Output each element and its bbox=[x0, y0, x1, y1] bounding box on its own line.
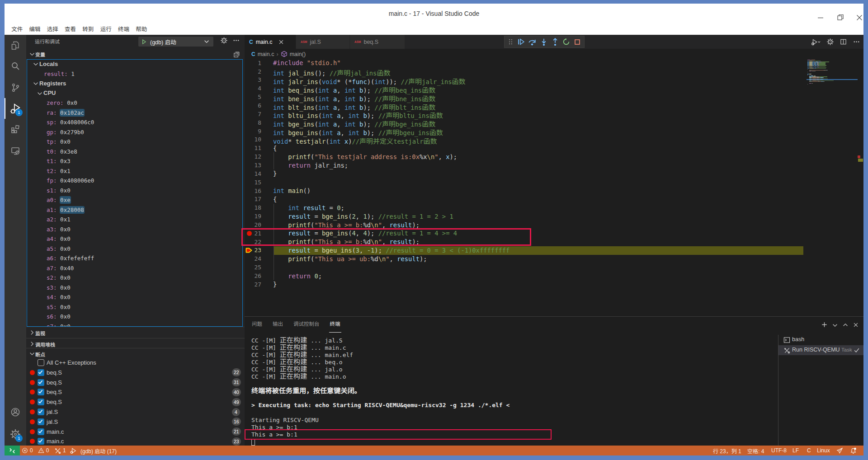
register-row[interactable]: t1: 0x3 bbox=[27, 156, 242, 166]
activity-account[interactable] bbox=[5, 402, 26, 422]
register[interactable]: a4: 0x0 bbox=[47, 235, 71, 242]
register-row[interactable]: zero: 0x0 bbox=[27, 98, 242, 108]
register-row[interactable]: fp: 0x408006e0 bbox=[27, 176, 242, 186]
breakpoint-row[interactable]: jal.S16 bbox=[26, 417, 245, 427]
variable[interactable]: result: 1 bbox=[44, 70, 75, 77]
close-panel-icon[interactable] bbox=[853, 322, 859, 328]
callstack-section-header[interactable]: 调用堆栈 bbox=[26, 338, 245, 349]
breakpoint-row[interactable]: beq.S22 bbox=[26, 368, 245, 378]
register[interactable]: ra: 0x102ac bbox=[47, 109, 84, 116]
step-over-button[interactable] bbox=[528, 38, 536, 46]
tab-main.c[interactable]: Cmain.c bbox=[245, 35, 296, 49]
minimap[interactable] bbox=[807, 59, 858, 316]
menu-转到[interactable]: 转到 bbox=[79, 24, 97, 35]
step-into-button[interactable] bbox=[540, 38, 548, 46]
new-terminal-icon[interactable] bbox=[821, 321, 828, 328]
menu-帮助[interactable]: 帮助 bbox=[132, 24, 150, 35]
os-status[interactable]: Linux bbox=[817, 446, 830, 455]
activity-search[interactable] bbox=[5, 56, 26, 76]
breakpoint-checkbox[interactable] bbox=[38, 438, 44, 445]
register-row[interactable]: s5: 0x0 bbox=[27, 302, 242, 312]
breakpoint-row[interactable]: jal.S4 bbox=[26, 407, 245, 417]
breakpoint-row[interactable]: main.c23 bbox=[26, 437, 245, 446]
panel-tab-输出[interactable]: 输出 bbox=[272, 317, 284, 333]
launch-config-select[interactable]: (gdb) 启动 bbox=[138, 37, 213, 47]
register-row[interactable]: a3: 0x0 bbox=[27, 225, 242, 235]
breakpoint-checkbox[interactable] bbox=[38, 399, 44, 405]
debug-session-status[interactable]: (gdb) 启动 (17) bbox=[70, 446, 117, 455]
breadcrumb-symbol[interactable]: main() bbox=[290, 51, 306, 57]
register[interactable]: t0: 0x3e8 bbox=[47, 148, 77, 155]
code-editor[interactable]: 1#include "stdio.h"2int jal_ins(); //声明j… bbox=[245, 59, 863, 316]
register[interactable]: s3: 0x0 bbox=[47, 284, 71, 291]
register-group-cpu[interactable]: CPU bbox=[27, 89, 242, 99]
breakpoint-checkbox[interactable] bbox=[38, 369, 44, 376]
variable-row[interactable]: result: 1 bbox=[27, 69, 242, 79]
activity-remote-explorer[interactable] bbox=[5, 140, 26, 161]
register-row[interactable]: tp: 0x0 bbox=[27, 137, 242, 147]
eol-status[interactable]: LF bbox=[793, 446, 799, 455]
watch-section-header[interactable]: 监视 bbox=[26, 327, 245, 338]
register-row[interactable]: s6: 0x0 bbox=[27, 312, 242, 322]
close-icon[interactable] bbox=[278, 39, 284, 45]
register[interactable]: s5: 0x0 bbox=[47, 304, 71, 310]
activity-run-and-debug[interactable]: 1 bbox=[5, 98, 26, 119]
register-row[interactable]: s7: 0x0 bbox=[27, 322, 242, 327]
start-debug-icon[interactable] bbox=[141, 39, 147, 45]
register-row[interactable]: a0: 0xe bbox=[27, 195, 242, 205]
menu-编辑[interactable]: 编辑 bbox=[26, 24, 43, 35]
register[interactable]: s2: 0x0 bbox=[47, 274, 71, 281]
language-mode-status[interactable]: C bbox=[807, 446, 811, 455]
register-row[interactable]: gp: 0x279b0 bbox=[27, 127, 242, 137]
menu-文件[interactable]: 文件 bbox=[8, 24, 26, 35]
register-row[interactable]: t2: 0x1 bbox=[27, 166, 242, 176]
stop-button[interactable] bbox=[574, 38, 581, 46]
panel-tab-终端[interactable]: 终端 bbox=[329, 317, 341, 333]
views-more-icon[interactable] bbox=[233, 37, 240, 44]
problems-status[interactable]: 0 0 bbox=[22, 446, 49, 455]
exception-checkbox[interactable] bbox=[38, 359, 44, 366]
register-row[interactable]: t0: 0x3e8 bbox=[27, 147, 242, 157]
close-button[interactable] bbox=[853, 13, 866, 23]
register[interactable]: a5: 0x0 bbox=[47, 245, 71, 252]
drag-grip-icon[interactable] bbox=[508, 38, 514, 45]
activity-explorer[interactable] bbox=[5, 35, 26, 56]
breakpoint-row[interactable]: beq.S31 bbox=[26, 378, 245, 388]
register-row[interactable]: a1: 0x28008 bbox=[27, 205, 242, 215]
chevron-down-icon[interactable] bbox=[832, 322, 838, 329]
register-row[interactable]: a5: 0x0 bbox=[27, 244, 242, 254]
panel-tab-问题[interactable]: 问题 bbox=[251, 317, 263, 333]
terminal-item-bash[interactable]: bash bbox=[778, 335, 863, 345]
register[interactable]: a2: 0x1 bbox=[47, 216, 71, 223]
cursor-position-status[interactable]: 行 23，列 1 bbox=[713, 446, 741, 455]
register[interactable]: s7: 0x0 bbox=[47, 323, 71, 327]
register-row[interactable]: s3: 0x0 bbox=[27, 283, 242, 293]
breakpoint-row[interactable]: beq.S49 bbox=[26, 397, 245, 407]
notifications-status[interactable] bbox=[850, 446, 857, 455]
register[interactable]: zero: 0x0 bbox=[47, 99, 77, 106]
register[interactable]: s6: 0x0 bbox=[47, 313, 71, 320]
register-row[interactable]: s1: 0x0 bbox=[27, 186, 242, 196]
panel-tab-调试控制台[interactable]: 调试控制台 bbox=[292, 317, 321, 333]
breakpoint-checkbox[interactable] bbox=[38, 418, 44, 425]
breakpoint-row[interactable]: beq.S40 bbox=[26, 387, 245, 397]
variables-section-header[interactable]: 变量 bbox=[26, 49, 245, 59]
breakpoint-checkbox[interactable] bbox=[38, 428, 44, 435]
remote-indicator[interactable] bbox=[5, 446, 20, 455]
configure-gear-icon[interactable] bbox=[221, 37, 227, 44]
register[interactable]: a1: 0x28008 bbox=[47, 207, 84, 213]
menu-运行[interactable]: 运行 bbox=[97, 24, 114, 35]
indentation-status[interactable]: 空格: 4 bbox=[747, 446, 764, 455]
scope-locals[interactable]: Locals bbox=[27, 59, 242, 69]
split-editor-icon[interactable] bbox=[840, 38, 847, 45]
tab-jal.S[interactable]: ASMjal.S bbox=[296, 35, 349, 49]
register-row[interactable]: s4: 0x0 bbox=[27, 292, 242, 302]
breadcrumb[interactable]: C main.c › main() bbox=[245, 49, 863, 59]
gear-icon[interactable] bbox=[827, 38, 834, 45]
breakpoint-checkbox[interactable] bbox=[38, 389, 44, 395]
register[interactable]: a7: 0x40 bbox=[47, 265, 74, 272]
restart-button[interactable] bbox=[562, 38, 570, 46]
register[interactable]: t1: 0x3 bbox=[47, 158, 71, 164]
breakpoint-exceptions-row[interactable]: All C++ Exceptions bbox=[26, 358, 245, 368]
menu-查看[interactable]: 查看 bbox=[61, 24, 79, 35]
